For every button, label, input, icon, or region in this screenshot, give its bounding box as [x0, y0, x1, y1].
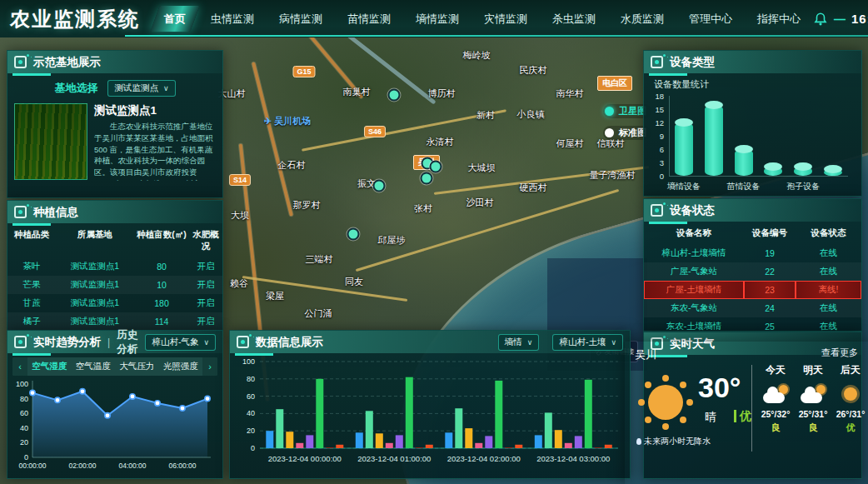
weather-more-link[interactable]: 查看更多 — [821, 347, 858, 359]
device-type-bar-top — [705, 101, 723, 109]
panel-title: 种植信息 — [33, 205, 78, 220]
table-cell: 茶叶 — [7, 257, 56, 276]
device-type-bar[interactable] — [705, 105, 723, 176]
panel-demo-base: 示范基地展示 基地选择 测试监测点∨ 测试监测点1 生态农业科技示范推广基地位于… — [7, 50, 223, 198]
site-photo[interactable] — [14, 103, 87, 180]
collapse-icon[interactable]: — — [834, 12, 846, 26]
map-device-marker[interactable] — [373, 180, 386, 192]
svg-text:20: 20 — [20, 438, 28, 447]
table-header: 设备名称 — [644, 222, 744, 244]
table-cell: 开启 — [189, 276, 222, 294]
trend-line-chart: 02040608010000:00:0002:00:0004:00:0006:0… — [7, 376, 222, 481]
forecast-day-label: 明天 — [794, 363, 832, 377]
trend-station-dropdown[interactable]: 樟山村-气象∨ — [145, 334, 216, 351]
map-place-label: 赖谷 — [230, 277, 248, 290]
chevron-down-icon: ∨ — [203, 338, 209, 347]
map-device-marker[interactable] — [347, 228, 360, 241]
tabs-next-arrow[interactable]: › — [202, 357, 217, 376]
road-shield-S14: S14 — [229, 174, 251, 186]
bell-icon[interactable] — [813, 12, 828, 27]
rain-tip: 未来两小时无降水 — [636, 436, 711, 447]
forecast-day: 明天25°/31°良 — [794, 363, 832, 434]
svg-text:60: 60 — [20, 409, 28, 417]
table-header: 所属基地 — [56, 223, 134, 257]
panel-title: 设备类型 — [670, 55, 715, 70]
forecast-day-label: 后天 — [831, 363, 868, 377]
y-tick: 6 — [651, 145, 664, 154]
map-device-marker[interactable] — [430, 161, 442, 173]
trend-tab-光照强度[interactable]: 光照强度 — [159, 361, 203, 372]
panel-icon — [14, 56, 27, 68]
sun-icon — [648, 385, 683, 420]
trend-tab-大气压力[interactable]: 大气压力 — [115, 361, 159, 372]
top-navigation-bar: 农业监测系统 首页虫情监测病情监测苗情监测墒情监测灾情监测杀虫监测水质监测管理中… — [0, 0, 868, 37]
panel-icon — [237, 336, 249, 348]
map-road — [252, 62, 293, 216]
weather-widget: 吴川 查看更多 30° 晴 优 未来两小时无降水 今天25°/32°良明天25°… — [625, 342, 868, 484]
map-place-label: 大城坝 — [468, 162, 496, 174]
table-cell: 橘子 — [7, 312, 56, 331]
map-place-label: 梁屋 — [266, 290, 284, 302]
x-category-label: 墒情设备 — [667, 181, 701, 192]
base-select-dropdown[interactable]: 测试监测点∨ — [107, 80, 175, 97]
history-analysis-link[interactable]: 历史分析 — [117, 328, 138, 357]
data-bar-chart: 0204060801002023-12-04 00:00:002023-12-0… — [230, 353, 630, 478]
nav-tab-虫情监测[interactable]: 虫情监测 — [198, 0, 267, 37]
table-cell: 在线 — [796, 262, 861, 281]
map-place-label: 新村 — [476, 109, 495, 122]
table-header: 设备编号 — [744, 222, 796, 244]
nav-tab-墒情监测[interactable]: 墒情监测 — [403, 0, 471, 37]
forecast-day-label: 今天 — [756, 363, 795, 377]
nav-tab-指挥中心[interactable]: 指挥中心 — [745, 0, 813, 37]
device-type-bar[interactable] — [675, 122, 693, 176]
table-cell: 在线 — [796, 299, 861, 317]
map-device-marker[interactable] — [421, 172, 433, 185]
map-device-marker[interactable] — [388, 89, 401, 102]
data-type-dropdown[interactable]: 墒情∨ — [498, 334, 540, 351]
divider — [751, 365, 752, 452]
panel-data-info: 数据信息展示 墒情∨ 樟山村-土壤∨ 0204060801002023-12-0… — [229, 330, 631, 479]
nav-tab-苗情监测[interactable]: 苗情监测 — [335, 0, 403, 37]
nav-tab-病情监测[interactable]: 病情监测 — [267, 0, 335, 37]
panel-device-type: 设备类型 设备数量统计 0369121518墒情设备苗情设备孢子设备 — [643, 50, 862, 197]
nav-tabs: 首页虫情监测病情监测苗情监测墒情监测灾情监测杀虫监测水质监测管理中心指挥中心 — [152, 0, 813, 37]
panel-icon — [14, 336, 27, 348]
map-place-label: 张村 — [414, 202, 432, 215]
airport-label: ✈ 吴川机场 — [264, 115, 311, 127]
svg-text:0: 0 — [24, 453, 28, 462]
nav-tab-灾情监测[interactable]: 灾情监测 — [471, 0, 540, 37]
nav-tab-管理中心[interactable]: 管理中心 — [676, 0, 745, 37]
map-place-label: 民庆村 — [520, 64, 547, 77]
radio-dot-icon — [605, 128, 614, 137]
radio-dot-icon — [605, 107, 614, 116]
road-shield-G15: G15 — [292, 66, 315, 77]
offline-device-cell: 离线! — [796, 281, 861, 299]
weather-city: 吴川 — [635, 347, 656, 362]
y-tick: 9 — [651, 132, 664, 141]
partly-cloudy-icon — [763, 385, 788, 403]
svg-text:2023-12-04 03:00:00: 2023-12-04 03:00:00 — [536, 454, 610, 463]
map-place-label: 同友 — [345, 276, 363, 288]
divider: | — [107, 337, 110, 348]
table-cell: 80 — [134, 257, 189, 276]
agriculture-monitor-dashboard: { "app": { "title": "农业监测系统", "time": "1… — [0, 0, 868, 484]
map-place-label: 南巢村 — [343, 86, 371, 98]
device-type-chart: 0369121518墒情设备苗情设备孢子设备 — [644, 92, 861, 199]
device-type-bar-top — [735, 145, 753, 153]
panel-title: 实时趋势分析 — [33, 335, 101, 350]
map-place-label: 那罗村 — [293, 199, 321, 212]
panel-title: 设备状态 — [670, 203, 715, 218]
svg-text:2023-12-04 01:00:00: 2023-12-04 01:00:00 — [357, 454, 431, 463]
svg-text:100: 100 — [16, 380, 28, 388]
nav-tab-首页[interactable]: 首页 — [152, 0, 198, 37]
map-place-label: 硬西村 — [520, 182, 547, 194]
y-tick: 3 — [651, 158, 664, 167]
trend-tab-空气温度[interactable]: 空气温度 — [72, 361, 116, 372]
data-station-dropdown[interactable]: 樟山村-土壤∨ — [552, 334, 623, 351]
nav-tab-水质监测[interactable]: 水质监测 — [608, 0, 676, 37]
trend-tab-空气湿度[interactable]: 空气湿度 — [27, 361, 72, 372]
tabs-prev-arrow[interactable]: ‹ — [12, 357, 27, 376]
site-description: 生态农业科技示范推广基地位于吴川市某某区某基地，占地面积 500 亩，是集生态加… — [94, 121, 216, 181]
nav-tab-杀虫监测[interactable]: 杀虫监测 — [540, 0, 608, 37]
road-shield-S46: S46 — [364, 126, 386, 137]
